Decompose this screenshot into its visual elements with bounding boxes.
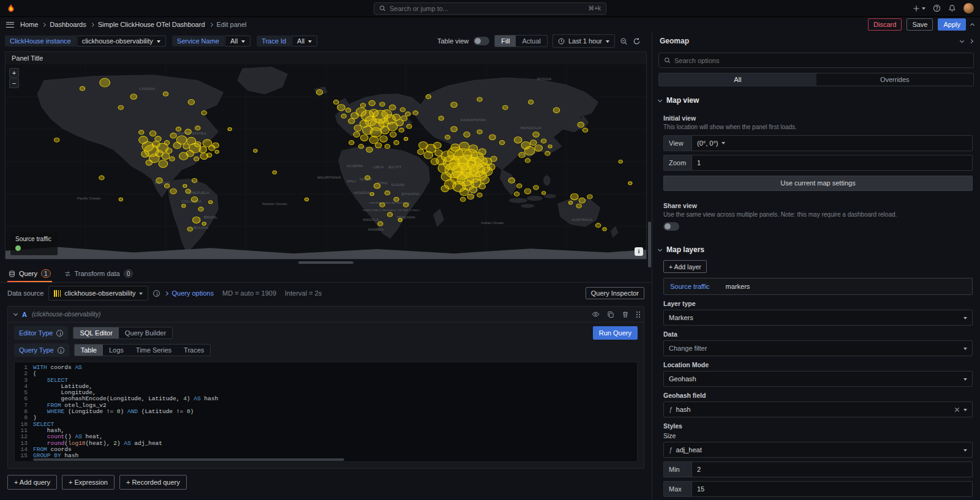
map-marker[interactable] <box>477 130 482 134</box>
map-marker[interactable] <box>519 152 525 158</box>
map-marker[interactable] <box>130 94 137 100</box>
map-marker[interactable] <box>477 193 482 197</box>
sql-code[interactable]: WITH coords AS( SELECT Latitude, Longitu… <box>33 365 637 459</box>
section-map-view[interactable]: Map view <box>652 89 980 110</box>
map-marker[interactable] <box>369 136 379 143</box>
tab-transform-data[interactable]: Transform data 0 <box>63 266 135 282</box>
map-marker[interactable] <box>375 143 382 148</box>
query-type-logs[interactable]: Logs <box>103 345 130 356</box>
map-marker[interactable] <box>480 176 489 184</box>
data-select[interactable]: Change filter <box>663 340 973 356</box>
map-marker[interactable] <box>341 114 346 118</box>
map-marker[interactable] <box>164 184 169 188</box>
map-marker[interactable] <box>390 105 396 110</box>
global-search[interactable]: ⌘+k <box>374 2 606 15</box>
run-query-button[interactable]: Run Query <box>593 326 638 340</box>
map-marker[interactable] <box>195 141 201 147</box>
map-marker[interactable] <box>213 143 219 148</box>
map-marker[interactable] <box>628 182 632 185</box>
map-marker[interactable] <box>390 132 396 137</box>
save-button[interactable]: Save <box>907 18 933 31</box>
map-marker[interactable] <box>366 147 372 152</box>
map-marker[interactable] <box>434 142 442 149</box>
map-marker[interactable] <box>380 102 385 106</box>
map-marker[interactable] <box>394 197 399 201</box>
map-marker[interactable] <box>404 203 409 207</box>
map-marker[interactable] <box>535 145 543 152</box>
variable-label[interactable]: ClickHouse instance <box>5 35 76 47</box>
map-marker[interactable] <box>304 198 308 201</box>
refresh-icon[interactable] <box>633 37 641 45</box>
map-marker[interactable] <box>192 217 200 223</box>
map-marker[interactable] <box>316 90 322 95</box>
map-marker[interactable] <box>541 139 546 143</box>
map-marker[interactable] <box>508 178 514 184</box>
map-marker[interactable] <box>176 136 187 144</box>
map-marker[interactable] <box>191 196 197 202</box>
map-marker[interactable] <box>525 159 530 163</box>
map-marker[interactable] <box>413 111 418 115</box>
datasource-picker[interactable]: clickhouse-observability <box>48 286 148 300</box>
apply-button[interactable]: Apply <box>938 18 966 31</box>
map-marker[interactable] <box>530 140 537 146</box>
world-map[interactable]: CANADARUSSIAUNITED STATESMEXICOVENEZUELA… <box>6 64 646 259</box>
map-marker[interactable] <box>451 127 457 132</box>
map-marker[interactable] <box>163 92 168 96</box>
map-marker[interactable] <box>576 204 581 208</box>
chevron-down-icon[interactable] <box>960 38 964 42</box>
map-zoom-out-button[interactable]: − <box>9 78 19 88</box>
map-marker[interactable] <box>579 198 585 203</box>
query-type-time-series[interactable]: Time Series <box>130 345 178 356</box>
view-select[interactable]: (0°, 0°) <box>692 135 973 151</box>
map-marker[interactable] <box>451 102 457 108</box>
options-tab-all[interactable]: All <box>659 73 816 86</box>
map-marker[interactable] <box>99 176 104 180</box>
map-marker[interactable] <box>358 144 363 149</box>
size-select[interactable]: ƒ adj_heat <box>663 442 973 458</box>
layer-type-select[interactable]: Markers <box>663 310 973 326</box>
map-marker[interactable] <box>467 194 473 200</box>
breadcrumb-item[interactable]: Dashboards <box>50 21 86 28</box>
map-marker[interactable] <box>488 164 496 171</box>
map-marker[interactable] <box>192 178 197 182</box>
map-marker[interactable] <box>118 105 123 110</box>
delete-query-icon[interactable] <box>622 311 629 318</box>
layer-row[interactable]: Source traffic markers <box>663 278 973 295</box>
map-marker[interactable] <box>441 173 451 181</box>
map-marker[interactable] <box>183 184 187 187</box>
map-marker[interactable] <box>405 112 410 116</box>
collapse-query-icon[interactable] <box>13 312 18 316</box>
drag-query-icon[interactable] <box>636 312 638 313</box>
map-marker[interactable] <box>162 153 170 160</box>
sql-horizontal-scrollbar[interactable] <box>33 458 344 461</box>
map-marker[interactable] <box>514 192 519 196</box>
map-marker[interactable] <box>374 183 380 188</box>
map-marker[interactable] <box>445 135 450 140</box>
map-marker[interactable] <box>215 150 219 153</box>
map-marker[interactable] <box>407 124 412 129</box>
map-marker[interactable] <box>349 141 354 145</box>
map-marker[interactable] <box>479 184 485 189</box>
close-options-icon[interactable] <box>969 39 973 43</box>
map-marker[interactable] <box>489 135 496 140</box>
map-marker[interactable] <box>194 157 199 161</box>
map-marker[interactable] <box>545 151 550 155</box>
search-input[interactable] <box>390 5 584 12</box>
menu-icon[interactable] <box>6 22 14 28</box>
map-marker[interactable] <box>542 192 546 195</box>
map-marker[interactable] <box>595 223 600 228</box>
map-marker[interactable] <box>435 150 443 157</box>
resize-handle[interactable] <box>298 261 353 264</box>
map-marker[interactable] <box>399 128 404 132</box>
map-marker[interactable] <box>185 129 191 135</box>
query-type-info-icon[interactable] <box>58 347 64 354</box>
map-marker[interactable] <box>578 122 584 128</box>
map-marker[interactable] <box>360 135 368 141</box>
variable-value-dropdown[interactable]: All <box>225 35 251 47</box>
map-marker[interactable] <box>100 78 110 87</box>
help-icon[interactable] <box>933 4 941 12</box>
map-attribution-button[interactable]: i <box>635 247 643 256</box>
map-marker[interactable] <box>202 111 206 115</box>
map-marker[interactable] <box>334 100 339 104</box>
map-marker[interactable] <box>378 222 383 226</box>
